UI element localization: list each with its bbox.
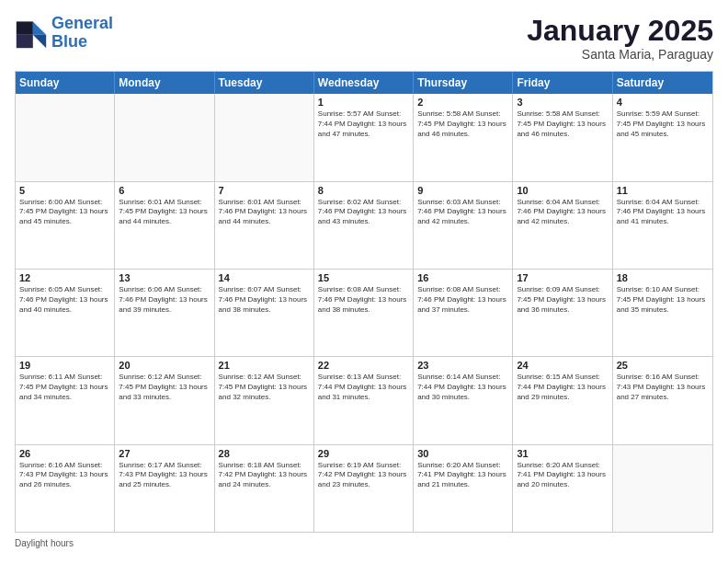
logo-line1: General — [51, 14, 113, 32]
day-cell-9: 9Sunrise: 6:03 AM Sunset: 7:46 PM Daylig… — [414, 182, 513, 269]
day-number: 4 — [617, 97, 709, 108]
day-text: Sunrise: 6:06 AM Sunset: 7:46 PM Dayligh… — [119, 285, 210, 315]
day-cell-23: 23Sunrise: 6:14 AM Sunset: 7:44 PM Dayli… — [414, 357, 513, 443]
day-cell-7: 7Sunrise: 6:01 AM Sunset: 7:46 PM Daylig… — [215, 182, 314, 269]
empty-cell — [215, 94, 314, 180]
calendar-body: 1Sunrise: 5:57 AM Sunset: 7:44 PM Daylig… — [16, 94, 712, 532]
location-subtitle: Santa Maria, Paraguay — [527, 47, 713, 62]
day-number: 5 — [19, 185, 110, 196]
day-cell-26: 26Sunrise: 6:16 AM Sunset: 7:43 PM Dayli… — [16, 445, 115, 532]
day-text: Sunrise: 6:00 AM Sunset: 7:45 PM Dayligh… — [19, 198, 110, 227]
empty-cell — [613, 445, 712, 532]
calendar-header: SundayMondayTuesdayWednesdayThursdayFrid… — [16, 72, 712, 94]
day-number: 23 — [417, 360, 508, 371]
day-text: Sunrise: 6:18 AM Sunset: 7:42 PM Dayligh… — [219, 461, 310, 490]
day-cell-12: 12Sunrise: 6:05 AM Sunset: 7:46 PM Dayli… — [16, 270, 115, 356]
day-text: Sunrise: 6:08 AM Sunset: 7:46 PM Dayligh… — [417, 285, 508, 315]
day-cell-18: 18Sunrise: 6:10 AM Sunset: 7:45 PM Dayli… — [613, 270, 712, 356]
month-title: January 2025 — [527, 15, 713, 47]
calendar-row-5: 26Sunrise: 6:16 AM Sunset: 7:43 PM Dayli… — [16, 444, 712, 532]
day-text: Sunrise: 5:58 AM Sunset: 7:45 PM Dayligh… — [417, 109, 508, 139]
day-text: Sunrise: 6:13 AM Sunset: 7:44 PM Dayligh… — [318, 373, 409, 402]
day-number: 14 — [219, 272, 310, 283]
day-number: 8 — [318, 185, 409, 196]
day-text: Sunrise: 6:09 AM Sunset: 7:45 PM Dayligh… — [517, 285, 608, 315]
calendar-row-4: 19Sunrise: 6:11 AM Sunset: 7:45 PM Dayli… — [16, 356, 712, 443]
day-number: 18 — [617, 272, 709, 283]
day-number: 27 — [119, 448, 210, 459]
calendar-row-2: 5Sunrise: 6:00 AM Sunset: 7:45 PM Daylig… — [16, 181, 712, 269]
day-header-monday: Monday — [115, 72, 214, 94]
day-text: Sunrise: 6:20 AM Sunset: 7:41 PM Dayligh… — [517, 461, 608, 490]
day-number: 30 — [417, 448, 508, 459]
day-text: Sunrise: 5:58 AM Sunset: 7:45 PM Dayligh… — [517, 109, 608, 139]
logo-icon — [15, 17, 48, 50]
day-number: 31 — [517, 448, 608, 459]
day-text: Sunrise: 6:01 AM Sunset: 7:45 PM Dayligh… — [119, 198, 210, 227]
day-text: Sunrise: 6:02 AM Sunset: 7:46 PM Dayligh… — [318, 198, 409, 227]
logo-line2: Blue — [51, 32, 87, 51]
footer-note-text: Daylight hours — [15, 538, 74, 548]
day-cell-6: 6Sunrise: 6:01 AM Sunset: 7:45 PM Daylig… — [115, 182, 214, 269]
header: General Blue January 2025 Santa Maria, P… — [15, 15, 713, 62]
day-cell-22: 22Sunrise: 6:13 AM Sunset: 7:44 PM Dayli… — [314, 357, 414, 443]
empty-cell — [115, 94, 214, 180]
day-text: Sunrise: 6:19 AM Sunset: 7:42 PM Dayligh… — [318, 461, 409, 490]
day-number: 20 — [119, 360, 210, 371]
day-header-tuesday: Tuesday — [215, 72, 314, 94]
day-number: 16 — [417, 272, 508, 283]
day-cell-21: 21Sunrise: 6:12 AM Sunset: 7:45 PM Dayli… — [215, 357, 314, 443]
day-number: 1 — [318, 97, 409, 108]
footer-note: Daylight hours — [15, 538, 713, 548]
day-text: Sunrise: 6:10 AM Sunset: 7:45 PM Dayligh… — [617, 285, 709, 315]
day-text: Sunrise: 6:07 AM Sunset: 7:46 PM Dayligh… — [219, 285, 310, 315]
day-header-thursday: Thursday — [414, 72, 513, 94]
day-number: 17 — [517, 272, 608, 283]
day-text: Sunrise: 6:16 AM Sunset: 7:43 PM Dayligh… — [617, 373, 709, 402]
day-number: 25 — [617, 360, 709, 371]
day-number: 12 — [19, 272, 110, 283]
day-number: 2 — [417, 97, 508, 108]
day-text: Sunrise: 6:11 AM Sunset: 7:45 PM Dayligh… — [19, 373, 110, 402]
day-number: 15 — [318, 272, 409, 283]
day-header-sunday: Sunday — [16, 72, 115, 94]
day-text: Sunrise: 6:15 AM Sunset: 7:44 PM Dayligh… — [517, 373, 608, 402]
day-text: Sunrise: 6:16 AM Sunset: 7:43 PM Dayligh… — [19, 461, 110, 490]
day-text: Sunrise: 6:05 AM Sunset: 7:46 PM Dayligh… — [19, 285, 110, 315]
day-number: 22 — [318, 360, 409, 371]
svg-marker-0 — [33, 21, 46, 34]
day-cell-24: 24Sunrise: 6:15 AM Sunset: 7:44 PM Dayli… — [513, 357, 612, 443]
day-cell-25: 25Sunrise: 6:16 AM Sunset: 7:43 PM Dayli… — [613, 357, 712, 443]
day-number: 19 — [19, 360, 110, 371]
day-cell-3: 3Sunrise: 5:58 AM Sunset: 7:45 PM Daylig… — [513, 94, 612, 180]
day-text: Sunrise: 6:17 AM Sunset: 7:43 PM Dayligh… — [119, 461, 210, 490]
day-cell-13: 13Sunrise: 6:06 AM Sunset: 7:46 PM Dayli… — [115, 270, 214, 356]
day-header-saturday: Saturday — [613, 72, 712, 94]
day-header-friday: Friday — [513, 72, 612, 94]
day-number: 11 — [617, 185, 709, 196]
day-text: Sunrise: 5:57 AM Sunset: 7:44 PM Dayligh… — [318, 109, 409, 139]
day-cell-30: 30Sunrise: 6:20 AM Sunset: 7:41 PM Dayli… — [414, 445, 513, 532]
day-text: Sunrise: 6:03 AM Sunset: 7:46 PM Dayligh… — [417, 198, 508, 227]
day-cell-20: 20Sunrise: 6:12 AM Sunset: 7:45 PM Dayli… — [115, 357, 214, 443]
title-block: January 2025 Santa Maria, Paraguay — [527, 15, 713, 62]
day-cell-27: 27Sunrise: 6:17 AM Sunset: 7:43 PM Dayli… — [115, 445, 214, 532]
day-number: 28 — [219, 448, 310, 459]
day-number: 6 — [119, 185, 210, 196]
day-cell-1: 1Sunrise: 5:57 AM Sunset: 7:44 PM Daylig… — [314, 94, 414, 180]
day-cell-19: 19Sunrise: 6:11 AM Sunset: 7:45 PM Dayli… — [16, 357, 115, 443]
calendar-row-3: 12Sunrise: 6:05 AM Sunset: 7:46 PM Dayli… — [16, 269, 712, 356]
day-text: Sunrise: 6:08 AM Sunset: 7:46 PM Dayligh… — [318, 285, 409, 315]
day-number: 10 — [517, 185, 608, 196]
day-number: 7 — [219, 185, 310, 196]
day-number: 29 — [318, 448, 409, 459]
day-text: Sunrise: 6:14 AM Sunset: 7:44 PM Dayligh… — [417, 373, 508, 402]
day-cell-16: 16Sunrise: 6:08 AM Sunset: 7:46 PM Dayli… — [414, 270, 513, 356]
logo: General Blue — [15, 15, 113, 52]
day-cell-8: 8Sunrise: 6:02 AM Sunset: 7:46 PM Daylig… — [314, 182, 414, 269]
day-text: Sunrise: 6:04 AM Sunset: 7:46 PM Dayligh… — [617, 198, 709, 227]
day-number: 3 — [517, 97, 608, 108]
svg-rect-2 — [17, 21, 33, 34]
page: General Blue January 2025 Santa Maria, P… — [0, 0, 728, 563]
day-cell-14: 14Sunrise: 6:07 AM Sunset: 7:46 PM Dayli… — [215, 270, 314, 356]
